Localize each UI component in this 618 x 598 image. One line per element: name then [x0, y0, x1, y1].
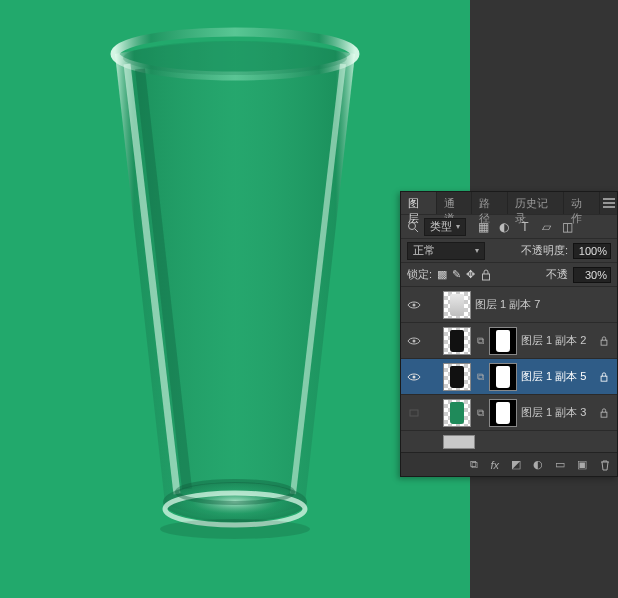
mask-link-icon[interactable]: ⧉ [475, 371, 485, 383]
svg-point-6 [409, 222, 416, 229]
filter-type-icon[interactable]: T [519, 220, 531, 234]
svg-rect-7 [483, 274, 490, 280]
svg-rect-10 [601, 340, 607, 345]
layer-mask-thumbnail[interactable] [489, 399, 517, 427]
layer-row[interactable]: ⧉ 图层 1 副本 5 [401, 358, 617, 394]
svg-rect-13 [410, 410, 418, 416]
blend-mode-value: 正常 [413, 243, 435, 258]
panel-menu-icon[interactable] [600, 192, 617, 214]
chevron-down-icon: ▾ [475, 246, 479, 255]
fx-icon[interactable]: fx [490, 459, 499, 471]
svg-rect-14 [601, 412, 607, 417]
panel-tabs: 图层 通道 路径 历史记录 动作 [401, 192, 617, 214]
tab-paths[interactable]: 路径 [472, 192, 508, 214]
new-layer-icon[interactable]: ▣ [577, 458, 587, 471]
lock-transparent-icon[interactable]: ▩ [437, 268, 447, 281]
lock-all-icon[interactable] [480, 269, 492, 281]
layer-name[interactable]: 图层 1 副本 3 [521, 405, 595, 420]
layer-row[interactable]: ⧉ 图层 1 副本 3 [401, 394, 617, 430]
layer-row[interactable]: 图层 1 副本 7 [401, 286, 617, 322]
adjustment-icon[interactable]: ◐ [533, 458, 543, 471]
svg-point-11 [413, 375, 416, 378]
layer-mask-thumbnail[interactable] [489, 327, 517, 355]
svg-point-9 [413, 339, 416, 342]
trash-icon[interactable] [599, 459, 611, 471]
filter-type-label: 类型 [430, 219, 452, 234]
tab-layers[interactable]: 图层 [401, 192, 437, 214]
visibility-toggle[interactable] [405, 336, 423, 346]
layer-row-background[interactable] [401, 430, 617, 452]
lock-label: 锁定: [407, 267, 432, 282]
layer-row[interactable]: ⧉ 图层 1 副本 2 [401, 322, 617, 358]
chevron-down-icon: ▾ [456, 222, 460, 231]
filter-row: 类型 ▾ ▦ ◐ T ▱ ◫ [401, 214, 617, 238]
tab-actions[interactable]: 动作 [564, 192, 600, 214]
visibility-toggle[interactable] [405, 408, 423, 418]
tab-channels[interactable]: 通道 [437, 192, 473, 214]
mask-link-icon[interactable]: ⧉ [475, 335, 485, 347]
layers-panel: 图层 通道 路径 历史记录 动作 类型 ▾ ▦ ◐ T ▱ ◫ 正常 ▾ 不透明… [400, 191, 618, 477]
lock-position-icon[interactable]: ✥ [466, 268, 475, 281]
tab-history[interactable]: 历史记录 [508, 192, 564, 214]
lock-brush-icon[interactable]: ✎ [452, 268, 461, 281]
layer-lock-indicator [599, 408, 613, 418]
layer-thumbnail[interactable] [443, 291, 471, 319]
opacity-label: 不透明度: [521, 243, 568, 258]
svg-point-8 [413, 303, 416, 306]
fill-value[interactable]: 30% [573, 267, 611, 283]
search-icon[interactable] [407, 221, 419, 233]
mask-link-icon[interactable]: ⧉ [475, 407, 485, 419]
layer-thumbnail[interactable] [443, 399, 471, 427]
filter-shape-icon[interactable]: ▱ [540, 220, 552, 234]
link-layers-icon[interactable]: ⧉ [470, 458, 478, 471]
blend-mode-select[interactable]: 正常 ▾ [407, 242, 485, 260]
blend-row: 正常 ▾ 不透明度: 100% [401, 238, 617, 262]
layers-list: 图层 1 副本 7 ⧉ 图层 1 副本 2 [401, 286, 617, 452]
layer-name[interactable]: 图层 1 副本 5 [521, 369, 595, 384]
layer-lock-indicator [599, 336, 613, 346]
filter-type-icons: ▦ ◐ T ▱ ◫ [477, 220, 573, 234]
filter-smart-icon[interactable]: ◫ [561, 220, 573, 234]
group-icon[interactable]: ▭ [555, 458, 565, 471]
layer-mask-thumbnail[interactable] [489, 363, 517, 391]
fill-label: 不透 [546, 267, 568, 282]
panel-footer: ⧉ fx ◩ ◐ ▭ ▣ [401, 452, 617, 476]
layer-thumbnail[interactable] [443, 435, 475, 449]
layer-thumbnail[interactable] [443, 327, 471, 355]
layer-name[interactable]: 图层 1 副本 7 [475, 297, 595, 312]
lock-row: 锁定: ▩ ✎ ✥ 不透 30% [401, 262, 617, 286]
filter-type-select[interactable]: 类型 ▾ [424, 218, 466, 236]
mask-icon[interactable]: ◩ [511, 458, 521, 471]
svg-point-5 [160, 519, 310, 539]
glass-object[interactable] [85, 24, 385, 544]
opacity-value[interactable]: 100% [573, 243, 611, 259]
layer-lock-indicator [599, 372, 613, 382]
filter-adjust-icon[interactable]: ◐ [498, 220, 510, 234]
filter-pixel-icon[interactable]: ▦ [477, 220, 489, 234]
visibility-toggle[interactable] [405, 300, 423, 310]
svg-rect-12 [601, 376, 607, 381]
layer-thumbnail[interactable] [443, 363, 471, 391]
svg-point-1 [123, 41, 347, 75]
visibility-toggle[interactable] [405, 372, 423, 382]
layer-name[interactable]: 图层 1 副本 2 [521, 333, 595, 348]
